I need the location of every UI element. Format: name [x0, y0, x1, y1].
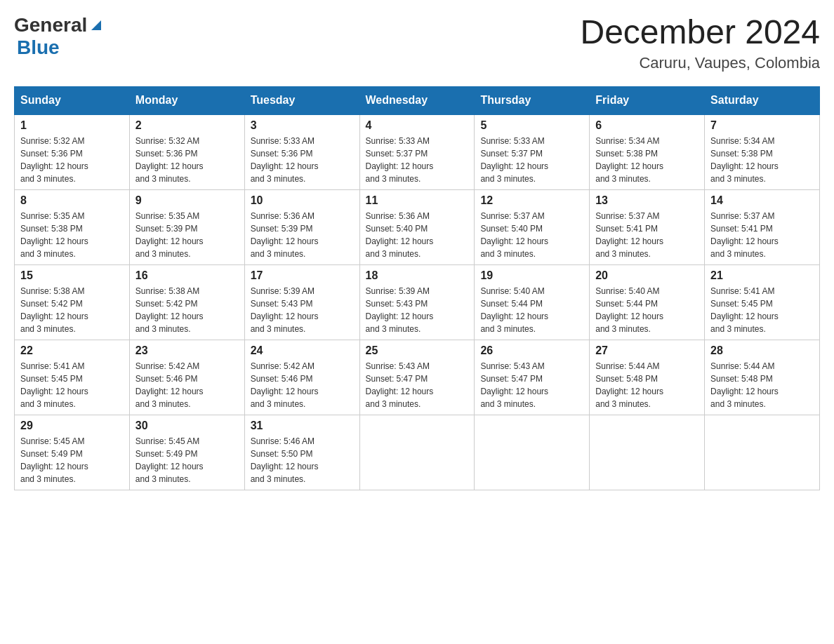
day-info: Sunrise: 5:39 AMSunset: 5:43 PMDaylight:… — [366, 285, 469, 335]
day-info: Sunrise: 5:34 AMSunset: 5:38 PMDaylight:… — [595, 135, 699, 185]
day-number: 21 — [710, 269, 814, 282]
logo-general: General — [14, 14, 87, 36]
day-info: Sunrise: 5:33 AMSunset: 5:37 PMDaylight:… — [366, 135, 469, 185]
calendar-week-row: 15Sunrise: 5:38 AMSunset: 5:42 PMDayligh… — [15, 264, 820, 340]
day-number: 29 — [20, 420, 124, 432]
day-info: Sunrise: 5:37 AMSunset: 5:41 PMDaylight:… — [710, 210, 814, 260]
weekday-header-saturday: Saturday — [705, 86, 820, 114]
day-info: Sunrise: 5:32 AMSunset: 5:36 PMDaylight:… — [135, 135, 239, 185]
calendar-cell: 25Sunrise: 5:43 AMSunset: 5:47 PMDayligh… — [359, 340, 475, 415]
day-info: Sunrise: 5:42 AMSunset: 5:46 PMDaylight:… — [251, 360, 354, 410]
day-info: Sunrise: 5:45 AMSunset: 5:49 PMDaylight:… — [135, 435, 239, 485]
day-number: 9 — [135, 194, 239, 207]
calendar-cell: 31Sunrise: 5:46 AMSunset: 5:50 PMDayligh… — [244, 415, 359, 490]
calendar-week-row: 1Sunrise: 5:32 AMSunset: 5:36 PMDaylight… — [15, 114, 820, 190]
day-number: 5 — [480, 119, 583, 132]
day-info: Sunrise: 5:39 AMSunset: 5:43 PMDaylight:… — [251, 285, 354, 335]
svg-marker-0 — [91, 20, 101, 30]
calendar-cell: 26Sunrise: 5:43 AMSunset: 5:47 PMDayligh… — [475, 340, 590, 415]
logo-blue: Blue — [17, 36, 60, 58]
calendar-cell: 16Sunrise: 5:38 AMSunset: 5:42 PMDayligh… — [129, 264, 244, 340]
day-number: 28 — [710, 344, 814, 357]
day-number: 15 — [20, 269, 124, 282]
day-info: Sunrise: 5:40 AMSunset: 5:44 PMDaylight:… — [595, 285, 699, 335]
calendar-cell: 29Sunrise: 5:45 AMSunset: 5:49 PMDayligh… — [15, 415, 130, 490]
day-number: 24 — [251, 344, 354, 357]
calendar-cell: 19Sunrise: 5:40 AMSunset: 5:44 PMDayligh… — [475, 264, 590, 340]
day-info: Sunrise: 5:37 AMSunset: 5:41 PMDaylight:… — [595, 210, 699, 260]
day-info: Sunrise: 5:37 AMSunset: 5:40 PMDaylight:… — [480, 210, 583, 260]
day-info: Sunrise: 5:45 AMSunset: 5:49 PMDaylight:… — [20, 435, 124, 485]
day-number: 12 — [480, 194, 583, 207]
calendar-cell: 20Sunrise: 5:40 AMSunset: 5:44 PMDayligh… — [590, 264, 705, 340]
calendar-cell: 5Sunrise: 5:33 AMSunset: 5:37 PMDaylight… — [475, 114, 590, 190]
weekday-header-wednesday: Wednesday — [359, 86, 475, 114]
day-number: 18 — [366, 269, 469, 282]
weekday-header-tuesday: Tuesday — [244, 86, 359, 114]
day-number: 13 — [595, 194, 699, 207]
day-number: 14 — [710, 194, 814, 207]
calendar-cell: 24Sunrise: 5:42 AMSunset: 5:46 PMDayligh… — [244, 340, 359, 415]
weekday-header-sunday: Sunday — [15, 86, 130, 114]
day-info: Sunrise: 5:36 AMSunset: 5:39 PMDaylight:… — [251, 210, 354, 260]
day-info: Sunrise: 5:33 AMSunset: 5:37 PMDaylight:… — [480, 135, 583, 185]
day-number: 11 — [366, 194, 469, 207]
day-info: Sunrise: 5:44 AMSunset: 5:48 PMDaylight:… — [710, 360, 814, 410]
day-number: 8 — [20, 194, 124, 207]
calendar-cell: 27Sunrise: 5:44 AMSunset: 5:48 PMDayligh… — [590, 340, 705, 415]
day-number: 19 — [480, 269, 583, 282]
day-number: 2 — [135, 119, 239, 132]
day-number: 16 — [135, 269, 239, 282]
weekday-header-thursday: Thursday — [475, 86, 590, 114]
calendar-cell: 8Sunrise: 5:35 AMSunset: 5:38 PMDaylight… — [15, 189, 130, 264]
subtitle: Caruru, Vaupes, Colombia — [580, 54, 820, 72]
day-info: Sunrise: 5:38 AMSunset: 5:42 PMDaylight:… — [135, 285, 239, 335]
day-number: 4 — [366, 119, 469, 132]
day-info: Sunrise: 5:32 AMSunset: 5:36 PMDaylight:… — [20, 135, 124, 185]
calendar-cell — [705, 415, 820, 490]
calendar-cell — [590, 415, 705, 490]
calendar-cell: 30Sunrise: 5:45 AMSunset: 5:49 PMDayligh… — [129, 415, 244, 490]
day-info: Sunrise: 5:35 AMSunset: 5:39 PMDaylight:… — [135, 210, 239, 260]
calendar-cell: 13Sunrise: 5:37 AMSunset: 5:41 PMDayligh… — [590, 189, 705, 264]
day-number: 17 — [251, 269, 354, 282]
day-number: 1 — [20, 119, 124, 132]
calendar-cell: 3Sunrise: 5:33 AMSunset: 5:36 PMDaylight… — [244, 114, 359, 190]
day-number: 25 — [366, 344, 469, 357]
day-number: 27 — [595, 344, 699, 357]
page-header: General Blue December 2024 Caruru, Vaupe… — [14, 14, 820, 72]
weekday-header-row: SundayMondayTuesdayWednesdayThursdayFrid… — [15, 86, 820, 114]
calendar-cell: 22Sunrise: 5:41 AMSunset: 5:45 PMDayligh… — [15, 340, 130, 415]
day-info: Sunrise: 5:46 AMSunset: 5:50 PMDaylight:… — [251, 435, 354, 485]
calendar-cell: 10Sunrise: 5:36 AMSunset: 5:39 PMDayligh… — [244, 189, 359, 264]
day-number: 20 — [595, 269, 699, 282]
calendar-cell: 6Sunrise: 5:34 AMSunset: 5:38 PMDaylight… — [590, 114, 705, 190]
weekday-header-monday: Monday — [129, 86, 244, 114]
title-area: December 2024 Caruru, Vaupes, Colombia — [580, 14, 820, 72]
calendar-cell — [475, 415, 590, 490]
day-info: Sunrise: 5:36 AMSunset: 5:40 PMDaylight:… — [366, 210, 469, 260]
day-info: Sunrise: 5:38 AMSunset: 5:42 PMDaylight:… — [20, 285, 124, 335]
logo: General Blue — [14, 14, 104, 59]
day-info: Sunrise: 5:35 AMSunset: 5:38 PMDaylight:… — [20, 210, 124, 260]
day-number: 7 — [710, 119, 814, 132]
calendar-week-row: 8Sunrise: 5:35 AMSunset: 5:38 PMDaylight… — [15, 189, 820, 264]
day-number: 26 — [480, 344, 583, 357]
day-info: Sunrise: 5:43 AMSunset: 5:47 PMDaylight:… — [366, 360, 469, 410]
day-number: 31 — [251, 420, 354, 432]
calendar-cell: 7Sunrise: 5:34 AMSunset: 5:38 PMDaylight… — [705, 114, 820, 190]
day-info: Sunrise: 5:33 AMSunset: 5:36 PMDaylight:… — [251, 135, 354, 185]
calendar-cell: 4Sunrise: 5:33 AMSunset: 5:37 PMDaylight… — [359, 114, 475, 190]
calendar-cell: 21Sunrise: 5:41 AMSunset: 5:45 PMDayligh… — [705, 264, 820, 340]
weekday-header-friday: Friday — [590, 86, 705, 114]
day-number: 30 — [135, 420, 239, 432]
day-info: Sunrise: 5:40 AMSunset: 5:44 PMDaylight:… — [480, 285, 583, 335]
calendar-week-row: 22Sunrise: 5:41 AMSunset: 5:45 PMDayligh… — [15, 340, 820, 415]
calendar-cell: 11Sunrise: 5:36 AMSunset: 5:40 PMDayligh… — [359, 189, 475, 264]
day-info: Sunrise: 5:43 AMSunset: 5:47 PMDaylight:… — [480, 360, 583, 410]
calendar-table: SundayMondayTuesdayWednesdayThursdayFrid… — [14, 86, 820, 490]
calendar-cell: 14Sunrise: 5:37 AMSunset: 5:41 PMDayligh… — [705, 189, 820, 264]
calendar-cell: 18Sunrise: 5:39 AMSunset: 5:43 PMDayligh… — [359, 264, 475, 340]
main-title: December 2024 — [580, 14, 820, 51]
day-info: Sunrise: 5:41 AMSunset: 5:45 PMDaylight:… — [20, 360, 124, 410]
